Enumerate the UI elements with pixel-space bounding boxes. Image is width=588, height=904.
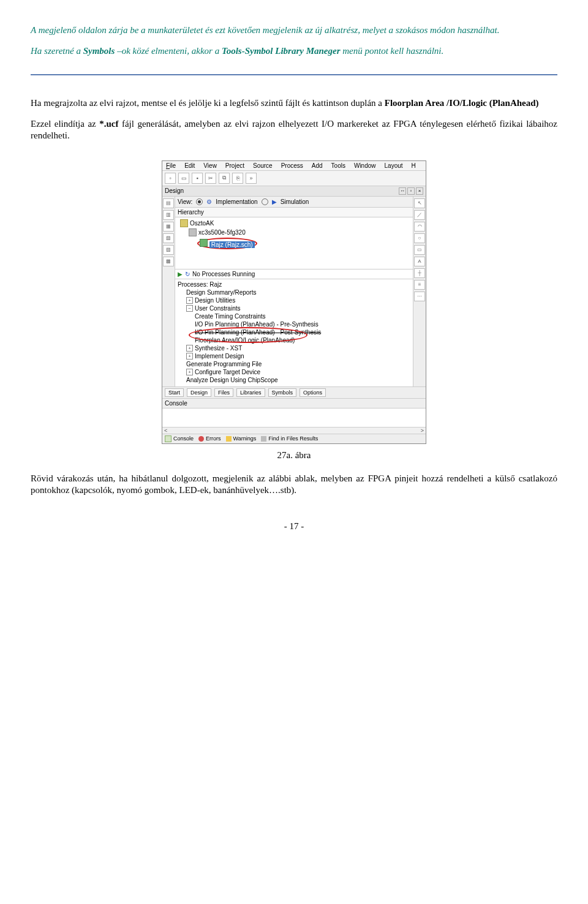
scroll-left-icon[interactable]: < <box>164 428 167 434</box>
rail-icon-4[interactable]: ▧ <box>163 233 174 243</box>
panel-min-icon[interactable]: ▫ <box>407 187 415 195</box>
rtool-arc-icon[interactable]: ◠ <box>414 222 425 232</box>
body-p4-ucf: *.ucf <box>99 119 118 129</box>
console-title: Console <box>162 399 426 409</box>
menu-window[interactable]: Window <box>354 162 376 169</box>
view-label: View: <box>178 198 192 205</box>
menu-view[interactable]: View <box>203 162 217 169</box>
tree-rajz-row[interactable]: Rajz (Rajz.sch) <box>180 237 410 250</box>
body-paragraph-2: Ezzel elindítja az *.ucf fájl generálásá… <box>31 118 557 142</box>
proc-userc[interactable]: −User Constraints <box>178 304 410 312</box>
proc-timing[interactable]: Create Timing Constraints <box>178 312 410 320</box>
scroll-right-icon[interactable]: > <box>421 428 424 434</box>
hierarchy-label: Hierarchy <box>178 209 204 216</box>
rail-icon-1[interactable]: ▤ <box>163 198 174 208</box>
figure-container: File Edit View Project Source Process Ad… <box>31 160 557 444</box>
proc-synth[interactable]: +Synthesize - XST <box>178 344 410 352</box>
tb-new-icon[interactable]: ▫ <box>165 173 176 184</box>
proc-floorplan[interactable]: Floorplan Area/IO/Logic (PlanAhead) <box>178 336 410 344</box>
rail-icon-2[interactable]: ▥ <box>163 210 174 220</box>
proc-summary[interactable]: Design Summary/Reports <box>178 288 410 296</box>
menu-help[interactable]: H <box>412 162 416 169</box>
proc-impl[interactable]: +Implement Design <box>178 352 410 360</box>
separator-line <box>31 74 557 75</box>
proc-io-post[interactable]: I/O Pin Planning (PlanAhead) - Post-Synt… <box>178 328 410 336</box>
tree-chip-row[interactable]: xc3s500e-5fg320 <box>180 228 410 237</box>
menu-add[interactable]: Add <box>312 162 323 169</box>
rtool-circle-icon[interactable]: ○ <box>414 233 425 243</box>
proc-gen[interactable]: Generate Programming File <box>178 360 410 368</box>
rail-icon-5[interactable]: ▨ <box>163 245 174 255</box>
find-icon <box>261 436 266 442</box>
collapse-icon[interactable]: − <box>186 305 193 312</box>
proc-utils[interactable]: +Design Utilities <box>178 296 410 304</box>
tb-save-icon[interactable]: ▪ <box>192 173 203 184</box>
expand-icon[interactable]: + <box>186 369 193 375</box>
proc-analyze[interactable]: Analyze Design Using ChipScope <box>178 376 410 384</box>
menu-file[interactable]: File <box>166 162 176 169</box>
intro-p2-seg-c: –ok közé elmenteni, akkor a <box>115 46 222 56</box>
menu-layout[interactable]: Layout <box>385 162 403 169</box>
panel-pin-icon[interactable]: ↔ <box>399 187 406 195</box>
right-tool-rail: ↖ ／ ◠ ○ ▭ A ┼ ≡ ⋯ <box>413 197 426 386</box>
play-icon[interactable]: ▶ <box>178 271 183 277</box>
rtool-more-icon[interactable]: ⋯ <box>414 292 425 301</box>
process-status-label: No Processes Running <box>192 271 255 277</box>
panel-close-icon[interactable]: × <box>416 187 423 195</box>
design-panel-header: Design ↔ ▫ × <box>162 186 426 197</box>
tab-files[interactable]: Files <box>214 388 233 397</box>
rail-icon-6[interactable]: ▩ <box>163 257 174 266</box>
console-tab-errors[interactable]: Errors <box>198 435 221 442</box>
menu-process[interactable]: Process <box>281 162 303 169</box>
expand-icon[interactable]: + <box>186 297 193 304</box>
toolbar: ▫ ▭ ▪ ✂ ⧉ ⎘ » <box>162 171 426 186</box>
console-tab-console[interactable]: Console <box>165 435 194 442</box>
closing-paragraph: Rövid várakozás után, ha hibátlanul dolg… <box>31 473 557 497</box>
rtool-text-icon[interactable]: A <box>414 257 425 266</box>
sch-icon <box>200 239 208 247</box>
tab-symbols[interactable]: Symbols <box>268 388 297 397</box>
intro-paragraph-1: A megjelenő oldalon zárja be a munkaterü… <box>31 24 557 37</box>
tb-open-icon[interactable]: ▭ <box>178 173 189 184</box>
menu-tools[interactable]: Tools <box>331 162 345 169</box>
rtool-pointer-icon[interactable]: ↖ <box>414 198 425 208</box>
tab-design[interactable]: Design <box>187 388 211 397</box>
left-tool-rail: ▤ ▥ ▦ ▧ ▨ ▩ <box>162 197 175 386</box>
rtool-rect-icon[interactable]: ▭ <box>414 245 425 255</box>
tree-project-row[interactable]: OsztoAK <box>180 219 410 228</box>
body-p3-floorplan: Floorplan Area /IO/Llogic (PlanAhead) <box>385 98 539 108</box>
tab-start[interactable]: Start <box>165 388 184 397</box>
body-p4-seg-a: Ezzel elindítja az <box>31 119 99 129</box>
warning-icon <box>226 436 232 442</box>
tb-cut-icon[interactable]: ✂ <box>205 173 216 184</box>
rtool-net-icon[interactable]: ┼ <box>414 268 425 278</box>
process-status-row: ▶ ↻ No Processes Running <box>175 269 413 279</box>
refresh-icon[interactable]: ↻ <box>185 271 190 277</box>
tab-libraries[interactable]: Libraries <box>236 388 265 397</box>
expand-icon[interactable]: + <box>186 345 193 352</box>
tb-paste-icon[interactable]: ⎘ <box>232 173 243 184</box>
radio-simulation[interactable] <box>262 198 268 205</box>
radio-implementation[interactable] <box>196 198 203 205</box>
console-tab-find[interactable]: Find in Files Results <box>261 435 318 442</box>
proc-io-pre[interactable]: I/O Pin Planning (PlanAhead) - Pre-Synth… <box>178 320 410 328</box>
view-selector-row: View: ⚙ Implementation ▶ Simulation <box>175 197 413 208</box>
rtool-bus-icon[interactable]: ≡ <box>414 280 425 290</box>
menu-edit[interactable]: Edit <box>184 162 195 169</box>
menu-source[interactable]: Source <box>253 162 273 169</box>
gear-icon: ⚙ <box>206 198 212 205</box>
error-icon <box>198 436 204 442</box>
tab-options[interactable]: Options <box>300 388 326 397</box>
tree-chip-label: xc3s500e-5fg320 <box>198 229 246 236</box>
tb-copy-icon[interactable]: ⧉ <box>219 173 230 184</box>
expand-icon[interactable]: + <box>186 353 193 360</box>
view-simulation-label: Simulation <box>281 198 309 205</box>
tb-more-icon[interactable]: » <box>246 173 257 184</box>
proc-conf[interactable]: +Configure Target Device <box>178 368 410 376</box>
figure-caption: 27a. ábra <box>31 450 557 461</box>
rail-icon-3[interactable]: ▦ <box>163 222 174 232</box>
rtool-line-icon[interactable]: ／ <box>414 210 425 220</box>
console-tab-warnings[interactable]: Warnings <box>226 435 257 442</box>
menu-project[interactable]: Project <box>225 162 244 169</box>
page-number: - 17 - <box>31 521 557 532</box>
